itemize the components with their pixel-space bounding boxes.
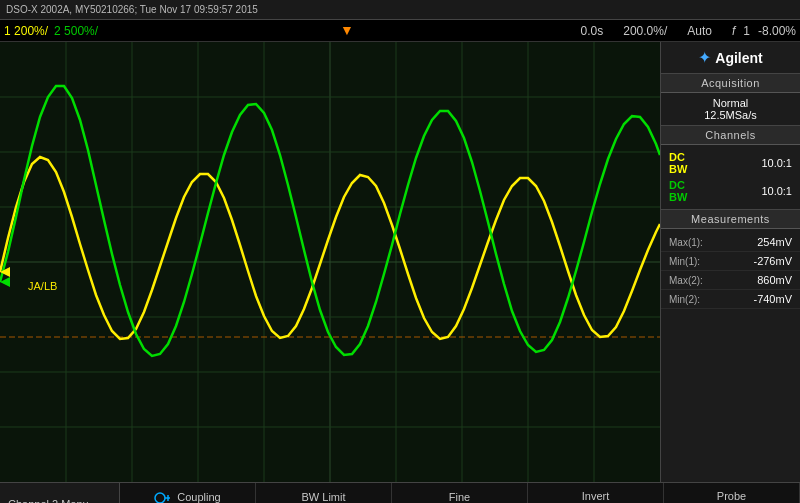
meas-min2: Min(2): -740mV xyxy=(661,290,800,309)
coupling-softkey[interactable]: Coupling DC xyxy=(120,483,256,503)
trig-mode: Auto xyxy=(687,24,712,38)
channels-header: Channels xyxy=(661,126,800,145)
softkey-buttons: Coupling DC BW Limit Fine Invert Probe xyxy=(120,483,800,503)
meas-min2-label: Min(2): xyxy=(669,294,700,305)
scope-display: JA/LB xyxy=(0,42,660,482)
fine-softkey[interactable]: Fine xyxy=(392,483,528,503)
channels-section: DC BW 10.0:1 DC BW 10.0:1 xyxy=(661,145,800,210)
invert-label: Invert xyxy=(582,490,610,502)
top-status-bar: DSO-X 2002A, MY50210266; Tue Nov 17 09:5… xyxy=(0,0,800,20)
ch-label: JA/LB xyxy=(28,280,57,292)
bw-limit-softkey[interactable]: BW Limit xyxy=(256,483,392,503)
acquisition-section: Normal 12.5MSa/s xyxy=(661,93,800,126)
meas-min1: Min(1): -276mV xyxy=(661,252,800,271)
right-panel: ✦ Agilent Acquisition Normal 12.5MSa/s C… xyxy=(660,42,800,482)
probe-label: Probe xyxy=(717,490,746,502)
main-area: JA/LB ✦ Agilent Acquisition Normal 12.5M… xyxy=(0,42,800,482)
meas-min1-value: -276mV xyxy=(753,255,792,267)
meas-max2-value: 860mV xyxy=(757,274,792,286)
bw-limit-label: BW Limit xyxy=(302,491,346,503)
scope-svg: JA/LB xyxy=(0,42,660,482)
trig-icon: f xyxy=(732,24,735,38)
probe-softkey[interactable]: Probe xyxy=(664,483,800,503)
ch2-info: 10.0:1 xyxy=(761,185,792,197)
meas-max2-label: Max(2): xyxy=(669,275,703,286)
acq-mode: Normal xyxy=(669,97,792,109)
measurements-header: Measurements xyxy=(661,210,800,229)
bottom-menu-bar: Channel 2 Menu Coupling DC BW Limit Fine xyxy=(0,482,800,503)
measurements-section: Max(1): 254mV Min(1): -276mV Max(2): 860… xyxy=(661,229,800,482)
svg-point-18 xyxy=(155,493,165,503)
trigger-arrow-icon: ▼ xyxy=(340,22,354,38)
meas-min2-value: -740mV xyxy=(753,293,792,305)
meas-max1: Max(1): 254mV xyxy=(661,233,800,252)
ch1-color-label: DC BW xyxy=(669,151,693,175)
agilent-logo-text: Agilent xyxy=(715,50,762,66)
trig-ch: 1 xyxy=(743,24,750,38)
meas-max1-label: Max(1): xyxy=(669,237,703,248)
channel-2-row: DC BW 10.0:1 xyxy=(661,177,800,205)
acquisition-header: Acquisition xyxy=(661,74,800,93)
invert-softkey[interactable]: Invert xyxy=(528,483,664,503)
channel-1-row: DC BW 10.0:1 xyxy=(661,149,800,177)
agilent-logo-icon: ✦ xyxy=(698,48,711,67)
time-scale: 200.0%/ xyxy=(623,24,667,38)
trig-level: -8.00% xyxy=(758,24,796,38)
ch2-color-label: DC BW xyxy=(669,179,693,203)
device-id: DSO-X 2002A, MY50210266; Tue Nov 17 09:5… xyxy=(6,4,258,15)
ch1-info: 10.0:1 xyxy=(761,157,792,169)
acq-rate: 12.5MSa/s xyxy=(669,109,792,121)
meas-max2: Max(2): 860mV xyxy=(661,271,800,290)
fine-label: Fine xyxy=(449,491,470,503)
coupling-icon xyxy=(154,488,174,503)
meas-min1-label: Min(1): xyxy=(669,256,700,267)
time-zero: 0.0s xyxy=(581,24,604,38)
ch2-scale-label: 2 500%/ xyxy=(54,24,98,38)
meas-max1-value: 254mV xyxy=(757,236,792,248)
channel-menu-label: Channel 2 Menu xyxy=(0,483,120,503)
agilent-logo-area: ✦ Agilent xyxy=(661,42,800,74)
coupling-label: Coupling xyxy=(177,491,220,503)
ch1-scale-label: 1 200%/ xyxy=(4,24,48,38)
